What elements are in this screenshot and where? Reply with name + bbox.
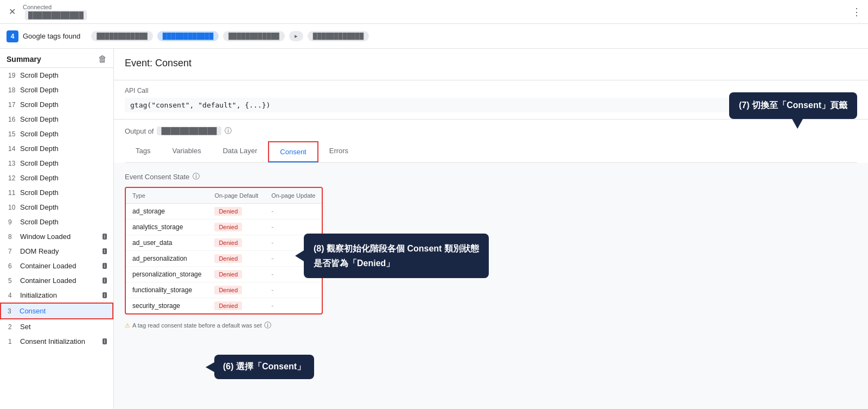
tab-tags[interactable]: Tags <box>125 141 161 162</box>
sidebar-item-17[interactable]: 17 Scroll Depth <box>0 97 113 112</box>
table-row: ad_personalization Denied - <box>126 251 322 267</box>
sidebar-item-16[interactable]: 16 Scroll Depth <box>0 112 113 127</box>
sidebar-item-7[interactable]: 7 DOM Ready i <box>0 244 113 259</box>
event-header: Event: Consent <box>114 49 868 80</box>
tab-consent[interactable]: Consent <box>268 141 318 162</box>
top-bar: ✕ Connected ████████████ ⋮ <box>0 0 868 24</box>
tag-count-badge: 4 <box>7 30 18 42</box>
sidebar-item-18[interactable]: 18 Scroll Depth <box>0 83 113 97</box>
sidebar-item-13[interactable]: 13 Scroll Depth <box>0 156 113 171</box>
tab-errors[interactable]: Errors <box>318 141 359 162</box>
sidebar-item-9[interactable]: 9 Scroll Depth <box>0 215 113 229</box>
annotation-bubble-6: (6) 選擇「Consent」 <box>214 355 314 379</box>
tags-found-label: Google tags found <box>23 32 80 40</box>
sidebar-item-4[interactable]: 4 Initialization i <box>0 288 113 303</box>
consent-help-icon[interactable]: ⓘ <box>193 172 200 181</box>
tag-bar: 4 Google tags found ████████████ ███████… <box>0 24 868 49</box>
tag-tab-4[interactable]: ████████████ <box>308 31 369 41</box>
sidebar-item-10[interactable]: 10 Scroll Depth <box>0 200 113 215</box>
more-menu-button[interactable]: ⋮ <box>852 6 861 18</box>
table-row: personalization_storage Denied - <box>126 267 322 282</box>
table-row: functionality_storage Denied - <box>126 282 322 298</box>
trash-icon[interactable]: 🗑 <box>98 54 107 64</box>
table-row: ad_user_data Denied - <box>126 235 322 251</box>
sub-tabs: Tags Variables Data Layer Consent Errors <box>125 141 857 163</box>
output-help-icon[interactable]: ⓘ <box>225 126 232 136</box>
tab-variables[interactable]: Variables <box>161 141 212 162</box>
table-row: security_storage Denied - <box>126 298 322 314</box>
content-area: Event: Consent API Call gtag("consent", … <box>114 49 868 409</box>
consent-table: Type On-page Default On-page Update ad_s… <box>126 188 322 313</box>
output-url: ████████████ <box>157 127 221 135</box>
sidebar-header: Summary 🗑 <box>0 49 113 68</box>
sidebar-item-1[interactable]: 1 Consent Initialization i <box>0 334 113 349</box>
annotation-bubble-8: (8) 觀察初始化階段各個 Consent 類別狀態 是否皆為「Denied」 <box>304 234 489 278</box>
sidebar-title: Summary <box>7 55 41 64</box>
sidebar-item-2[interactable]: 2 Set <box>0 319 113 334</box>
sidebar-item-19[interactable]: 19 Scroll Depth <box>0 68 113 83</box>
sidebar-item-11[interactable]: 11 Scroll Depth <box>0 185 113 200</box>
sidebar-item-5[interactable]: 5 Container Loaded i <box>0 273 113 288</box>
connected-status: Connected <box>23 4 87 10</box>
tab-data-layer[interactable]: Data Layer <box>212 141 269 162</box>
sidebar-item-6[interactable]: 6 Container Loaded i <box>0 259 113 273</box>
tag-tab-pills: ████████████ ████████████ ████████████ ▸… <box>91 31 369 41</box>
tag-tab-1[interactable]: ████████████ <box>157 31 219 41</box>
annotation-bubble-7: (7) 切換至「Consent」頁籤 <box>729 92 857 119</box>
warn-icon: ⚠ <box>125 322 130 329</box>
col-update: On-page Update <box>265 188 322 204</box>
tag-tab-0[interactable]: ████████████ <box>91 31 153 41</box>
consent-state-title: Event Consent State ⓘ <box>125 172 857 181</box>
tag-tab-3[interactable]: ▸ <box>289 31 303 41</box>
sidebar-item-8[interactable]: 8 Window Loaded i <box>0 229 113 244</box>
output-label: Output of ████████████ ⓘ <box>125 126 857 136</box>
consent-footnote: ⚠ A tag read consent state before a defa… <box>125 320 857 330</box>
sidebar-item-12[interactable]: 12 Scroll Depth <box>0 171 113 185</box>
consent-table-wrapper: Type On-page Default On-page Update ad_s… <box>125 187 323 314</box>
table-row: ad_storage Denied - <box>126 204 322 219</box>
event-title: Event: Consent <box>125 58 857 69</box>
sidebar: Summary 🗑 19 Scroll Depth 18 Scroll Dept… <box>0 49 114 409</box>
col-default: On-page Default <box>208 188 265 204</box>
sidebar-item-14[interactable]: 14 Scroll Depth <box>0 141 113 156</box>
sidebar-item-15[interactable]: 15 Scroll Depth <box>0 127 113 141</box>
connected-url: ████████████ <box>25 10 87 20</box>
consent-area: Event Consent State ⓘ Type On-page Defau… <box>114 163 868 339</box>
footnote-help-icon[interactable]: ⓘ <box>264 320 271 330</box>
table-row: analytics_storage Denied - <box>126 219 322 235</box>
col-type: Type <box>126 188 208 204</box>
close-button[interactable]: ✕ <box>7 7 17 17</box>
sidebar-item-3[interactable]: 3 Consent <box>0 303 113 319</box>
main-layout: Summary 🗑 19 Scroll Depth 18 Scroll Dept… <box>0 49 868 409</box>
tag-tab-2[interactable]: ████████████ <box>223 31 285 41</box>
output-section: Output of ████████████ ⓘ Tags Variables … <box>114 119 868 163</box>
